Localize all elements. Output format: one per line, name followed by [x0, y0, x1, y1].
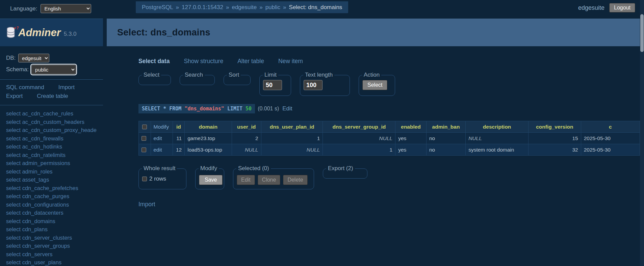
column-header-config_version[interactable]: config_version — [529, 121, 581, 133]
table-select-link[interactable]: select — [6, 177, 21, 183]
table-select-link[interactable]: select — [6, 110, 21, 116]
fieldset-sort-legend[interactable]: Sort — [227, 72, 241, 78]
logout-button[interactable]: Logout — [609, 3, 635, 12]
table-select-link[interactable]: select — [6, 160, 21, 166]
action-select-button[interactable]: Select — [362, 80, 387, 90]
vertical-scrollbar[interactable] — [640, 0, 644, 266]
adminer-logo-text[interactable]: Adminer — [18, 27, 61, 39]
column-header-dns_server_group_id[interactable]: dns_server_group_id — [323, 121, 395, 133]
table-select-link[interactable]: select — [6, 202, 21, 208]
table-name-link[interactable]: cdn_server_groups — [21, 243, 70, 249]
schema-select[interactable]: public — [31, 65, 76, 74]
fieldset-select-legend[interactable]: Select — [142, 72, 161, 78]
tab-new-item[interactable]: New item — [278, 58, 303, 65]
table-select-link[interactable]: select — [6, 168, 21, 175]
sidebar-link-export[interactable]: Export — [6, 93, 23, 100]
table-list: select ac_cdn_cache_rulesselect ac_cdn_c… — [0, 105, 103, 266]
account-user-link[interactable]: edgesuite — [578, 4, 604, 11]
edit-selected-button[interactable]: Edit — [237, 175, 255, 185]
table-select-link[interactable]: select — [6, 135, 21, 141]
sidebar-link-create-table[interactable]: Create table — [37, 93, 68, 100]
save-button[interactable]: Save — [199, 175, 223, 185]
column-header-user_id[interactable]: user_id — [232, 121, 261, 133]
table-name-link[interactable]: cdn_server_clusters — [21, 235, 72, 241]
row-checkbox[interactable] — [141, 148, 146, 152]
table-name-link[interactable]: cdn_user_plans — [21, 259, 61, 265]
row-edit-link[interactable]: edit — [154, 135, 162, 141]
table-select-link[interactable]: select — [6, 127, 21, 133]
page-title: Select: dns_domains — [117, 27, 210, 38]
table-name-link[interactable]: ac_cdn_firewalls — [21, 135, 63, 141]
table-select-link[interactable]: select — [6, 210, 21, 216]
export-legend[interactable]: Export (2) — [326, 165, 355, 172]
table-select-link[interactable]: select — [6, 226, 21, 232]
whole-result-checkbox[interactable] — [142, 177, 147, 181]
language-label: Language: — [10, 5, 37, 12]
sql-query-code: SELECT * FROM "dns_domains" LIMIT 50 — [138, 104, 255, 113]
column-header-id[interactable]: id — [173, 121, 185, 133]
cell-domain: game23.top — [185, 133, 232, 144]
table-name-link[interactable]: ac_cdn_cache_rules — [21, 110, 73, 116]
column-header-description[interactable]: description — [466, 121, 529, 133]
sidebar-link-sql-command[interactable]: SQL command — [6, 84, 44, 91]
table-select-link[interactable]: select — [6, 235, 21, 241]
row-checkbox[interactable] — [141, 136, 146, 141]
fieldset-search-legend[interactable]: Search — [183, 72, 205, 78]
table-select-link[interactable]: select — [6, 259, 21, 265]
query-edit-link[interactable]: Edit — [282, 105, 292, 112]
table-name-link[interactable]: ac_cdn_ratelimits — [21, 152, 66, 158]
text-length-input[interactable] — [304, 80, 323, 90]
tab-select-data[interactable]: Select data — [138, 58, 170, 65]
breadcrumb-link[interactable]: public — [265, 4, 280, 10]
table-name-link[interactable]: cdn_cache_prefetches — [21, 185, 78, 191]
query-time: (0.001 s) — [258, 106, 279, 112]
language-select[interactable]: English — [41, 4, 91, 13]
table-name-link[interactable]: cdn_domains — [21, 218, 55, 224]
table-select-link[interactable]: select — [6, 243, 21, 249]
breadcrumb-link[interactable]: PostgreSQL — [142, 4, 173, 10]
table-name-link[interactable]: cdn_servers — [21, 251, 52, 257]
table-select-link[interactable]: select — [6, 193, 21, 199]
clone-selected-button[interactable]: Clone — [258, 175, 281, 185]
tab-alter-table[interactable]: Alter table — [237, 58, 264, 65]
column-header-dns_user_plan_id[interactable]: dns_user_plan_id — [261, 121, 323, 133]
table-select-link[interactable]: select — [6, 218, 21, 224]
db-select[interactable]: edgesuite — [18, 54, 49, 62]
delete-selected-button[interactable]: Delete — [283, 175, 307, 185]
column-header-admin_ban[interactable]: admin_ban — [426, 121, 465, 133]
breadcrumb: PostgreSQL»127.0.0.1:15432»edgesuite»pub… — [136, 1, 348, 13]
fieldset-export[interactable]: Export (2) — [323, 168, 367, 179]
table-select-link[interactable]: select — [6, 251, 21, 257]
breadcrumb-link[interactable]: 127.0.0.1:15432 — [182, 4, 223, 10]
select-all-checkbox[interactable] — [142, 125, 147, 129]
table-name-link[interactable]: cdn_configurations — [21, 202, 69, 208]
table-select-link[interactable]: select — [6, 152, 21, 158]
table-name-link[interactable]: cdn_cache_purges — [21, 193, 69, 199]
table-name-link[interactable]: cdn_plans — [21, 226, 48, 232]
table-select-link[interactable]: select — [6, 119, 21, 125]
table-select-link[interactable]: select — [6, 143, 21, 150]
sidebar-link-import[interactable]: Import — [58, 84, 75, 91]
table-name-link[interactable]: ac_cdn_custom_proxy_heade — [21, 127, 97, 133]
import-link[interactable]: Import — [138, 201, 155, 208]
fieldset-select[interactable]: Select — [138, 75, 171, 85]
table-name-link[interactable]: ac_cdn_hotlinks — [21, 143, 62, 150]
row-edit-link[interactable]: edit — [154, 147, 162, 153]
fieldset-limit-legend: Limit — [263, 72, 278, 78]
table-name-link[interactable]: admin_permissions — [21, 160, 70, 166]
tab-show-structure[interactable]: Show structure — [184, 58, 223, 65]
column-header-enabled[interactable]: enabled — [395, 121, 427, 133]
limit-input[interactable] — [263, 80, 282, 90]
column-header-domain[interactable]: domain — [185, 121, 232, 133]
modify-header-link[interactable]: Modify — [154, 124, 169, 130]
column-header-c[interactable]: c — [581, 121, 640, 133]
breadcrumb-link[interactable]: edgesuite — [232, 4, 257, 10]
table-name-link[interactable]: admin_roles — [21, 168, 52, 175]
table-name-link[interactable]: ac_cdn_custom_headers — [21, 119, 84, 125]
fieldset-search[interactable]: Search — [180, 75, 215, 85]
table-select-link[interactable]: select — [6, 185, 21, 191]
fieldset-sort[interactable]: Sort — [224, 75, 251, 85]
scrollbar-thumb[interactable] — [640, 14, 644, 52]
table-name-link[interactable]: cdn_datacenters — [21, 210, 63, 216]
table-name-link[interactable]: asset_tags — [21, 177, 49, 183]
